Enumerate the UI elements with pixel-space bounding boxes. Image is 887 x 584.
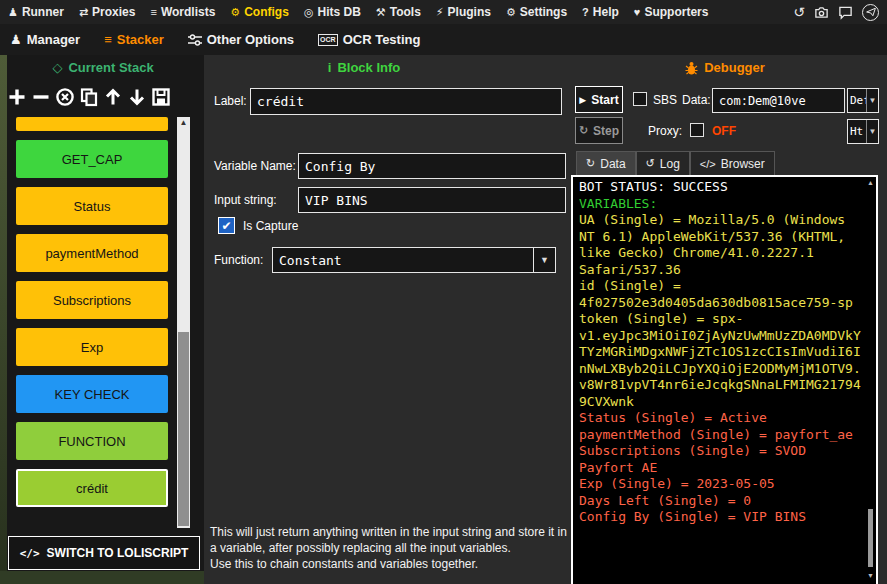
- menu-item-label: Plugins: [448, 5, 491, 19]
- sliders-icon: [188, 34, 202, 46]
- disable-block-button[interactable]: [53, 84, 76, 110]
- data-label: Data:: [682, 93, 711, 107]
- menu-help[interactable]: ? Help: [582, 5, 619, 19]
- tab-log[interactable]: ↺ Log: [636, 151, 690, 175]
- tab-icon: ↺: [646, 157, 655, 170]
- menu-proxies[interactable]: ⇄ Proxies: [79, 5, 136, 19]
- console-line: VARIABLES:: [579, 196, 862, 213]
- tab-icon: </>: [700, 158, 716, 170]
- play-icon: ▶: [579, 95, 586, 105]
- console-line: Subscriptions (Single) = SVOD Payfort AE: [579, 443, 862, 476]
- is-capture-label: Is Capture: [243, 219, 298, 233]
- menu-item-icon: ⚙: [230, 7, 240, 18]
- scrollbar-thumb[interactable]: [178, 332, 189, 526]
- debugger-title: Debugger: [620, 60, 830, 75]
- console-line: Days Left (Single) = 0: [579, 493, 862, 510]
- menu-runner[interactable]: ♟ Runner: [8, 5, 64, 19]
- stack-block-get-cap[interactable]: GET_CAP: [16, 140, 168, 178]
- add-block-button[interactable]: [5, 84, 28, 110]
- wordlist-type-dropdown[interactable]: Def ▼: [847, 88, 879, 113]
- input-string-label: Input string:: [214, 193, 277, 207]
- console-line: token (Single) = spx-v1.eyJpc3MiOiI0ZjAy…: [579, 311, 862, 410]
- menu-item-icon: ⚙: [506, 7, 516, 18]
- menu-item-label: Runner: [22, 5, 64, 19]
- menu-item-label: Supporters: [644, 5, 708, 19]
- menu-supporters[interactable]: ♥ Supporters: [634, 5, 709, 19]
- top-menu-bar: ♟ Runner ⇄ Proxies ≡ Wordlists ⚙ Configs…: [0, 0, 887, 24]
- variable-name-input[interactable]: [298, 153, 566, 179]
- menu-settings[interactable]: ⚙ Settings: [506, 5, 567, 19]
- stack-block-exp[interactable]: Exp: [16, 328, 168, 366]
- menu-item-label: Wordlists: [161, 5, 215, 19]
- move-up-icon[interactable]: [101, 84, 124, 110]
- proxy-type-dropdown[interactable]: Ht ▼: [847, 119, 879, 144]
- is-capture-checkbox[interactable]: ✔: [218, 217, 235, 234]
- clone-block-button[interactable]: [77, 84, 100, 110]
- console-line: UA (Single) = Mozilla/5.0 (Windows NT 6.…: [579, 212, 862, 278]
- scroll-up-icon[interactable]: ▲: [177, 118, 190, 128]
- stack-block-credit[interactable]: crédit: [16, 469, 168, 507]
- move-down-icon[interactable]: [125, 84, 148, 110]
- menu-item-label: Tools: [390, 5, 421, 19]
- menu-item-icon: ?: [582, 7, 589, 18]
- chevron-down-icon[interactable]: ▼: [533, 248, 555, 272]
- scrollbar-thumb[interactable]: [868, 509, 873, 567]
- console-scrollbar[interactable]: ▲ ▼: [866, 179, 875, 579]
- label-field-label: Label:: [214, 94, 247, 108]
- stack-scrollbar[interactable]: ▲: [177, 117, 190, 528]
- function-dropdown[interactable]: Constant ▼: [272, 247, 556, 273]
- stack-block-list: GET_CAP Status paymentMethod Subscriptio…: [16, 117, 168, 528]
- sbs-checkbox[interactable]: [633, 92, 647, 106]
- console-line: paymentMethod (Single) = payfort_ae: [579, 427, 862, 444]
- stack-block-function[interactable]: FUNCTION: [16, 422, 168, 460]
- start-button[interactable]: ▶ Start: [575, 86, 623, 113]
- send-icon[interactable]: [862, 4, 879, 21]
- menu-item-icon: ⇄: [79, 7, 88, 18]
- menu-plugins[interactable]: ⚡ Plugins: [436, 5, 491, 19]
- console-line: Config By (Single) = VIP BINS: [579, 509, 862, 526]
- history-icon[interactable]: ↺: [793, 5, 805, 19]
- stack-block-key-check[interactable]: KEY CHECK: [16, 375, 168, 413]
- scroll-down-icon[interactable]: ▼: [866, 572, 875, 579]
- manager-tab[interactable]: ♟ Manager: [10, 32, 80, 47]
- label-input[interactable]: [250, 88, 562, 115]
- scroll-up-icon[interactable]: ▲: [866, 179, 875, 186]
- menu-item-icon: ⚒: [376, 7, 386, 18]
- console-line: id (Single) = 4f027502e3d0405da630db0815…: [579, 278, 862, 311]
- tab-icon: ↻: [586, 157, 595, 170]
- ocr-testing-tab[interactable]: OCR OCR Testing: [318, 32, 420, 47]
- stack-block-status[interactable]: Status: [16, 187, 168, 225]
- menu-tools[interactable]: ⚒ Tools: [376, 5, 421, 19]
- remove-block-button[interactable]: [29, 84, 52, 110]
- function-label: Function:: [214, 253, 263, 267]
- input-string-input[interactable]: [298, 187, 566, 213]
- chevron-down-icon: ▼: [866, 120, 878, 143]
- sbs-label: SBS: [653, 93, 677, 107]
- data-input[interactable]: [712, 88, 845, 113]
- menu-configs[interactable]: ⚙ Configs: [230, 5, 289, 19]
- config-sub-menu: ♟ Manager ≡ Stacker Other Options OCR OC…: [0, 24, 887, 55]
- tab-data[interactable]: ↻ Data: [576, 151, 636, 175]
- menu-item-icon: ♥: [634, 7, 641, 18]
- chat-icon[interactable]: [838, 5, 853, 20]
- switch-to-loliscript-button[interactable]: </> SWITCH TO LOLISCRIPT: [8, 536, 200, 570]
- menu-item-icon: ⚡: [436, 7, 444, 18]
- stack-block-subscriptions[interactable]: Subscriptions: [16, 281, 168, 319]
- stack-block-partial[interactable]: [16, 117, 168, 131]
- camera-icon[interactable]: [814, 5, 829, 20]
- menu-hits-db[interactable]: ◎ Hits DB: [304, 5, 361, 19]
- other-options-tab[interactable]: Other Options: [188, 32, 294, 47]
- chevron-down-icon: ▼: [866, 89, 878, 112]
- debugger-console: BOT STATUS: SUCCESSVARIABLES:UA (Single)…: [571, 175, 878, 584]
- stack-toolbar: [5, 84, 172, 110]
- step-button[interactable]: ↻ Step: [575, 117, 623, 144]
- stacker-tab[interactable]: ≡ Stacker: [104, 32, 164, 47]
- menu-wordlists[interactable]: ≡ Wordlists: [150, 5, 215, 19]
- top-menu-items: ♟ Runner ⇄ Proxies ≡ Wordlists ⚙ Configs…: [8, 5, 793, 19]
- tab-browser[interactable]: </> Browser: [690, 151, 775, 175]
- proxy-checkbox[interactable]: [690, 123, 704, 137]
- save-config-icon[interactable]: [149, 84, 172, 110]
- stack-block-paymentmethod[interactable]: paymentMethod: [16, 234, 168, 272]
- bug-icon: [685, 61, 698, 75]
- menu-item-icon: ≡: [150, 7, 156, 18]
